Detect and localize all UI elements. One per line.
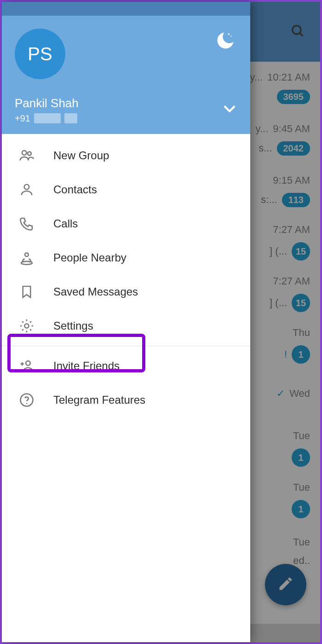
app-screen: y...10:21 AM 3695 y...9:45 AM s...2042 9… — [0, 0, 322, 644]
menu-label: Contacts — [53, 183, 97, 196]
group-icon — [17, 147, 36, 164]
help-icon — [17, 392, 36, 408]
menu-label: Telegram Features — [53, 394, 145, 406]
svg-point-2 — [228, 33, 230, 35]
redacted-box — [64, 113, 77, 123]
svg-point-7 — [25, 253, 29, 256]
svg-point-4 — [22, 151, 27, 155]
person-icon — [17, 181, 36, 198]
night-mode-toggle[interactable] — [214, 30, 236, 52]
svg-point-12 — [26, 403, 28, 404]
svg-point-6 — [24, 185, 29, 190]
chevron-down-icon — [222, 110, 237, 118]
menu-item-people-nearby[interactable]: People Nearby — [2, 241, 250, 275]
menu-label: Invite Friends — [53, 360, 120, 372]
menu-item-saved-messages[interactable]: Saved Messages — [2, 275, 250, 309]
menu-item-invite-friends[interactable]: Invite Friends — [2, 349, 250, 383]
menu-label: Calls — [53, 217, 78, 230]
menu-item-contacts[interactable]: Contacts — [2, 173, 250, 207]
phone-prefix: +91 — [15, 113, 30, 124]
invite-icon — [17, 358, 36, 374]
redacted-box — [34, 113, 61, 123]
phone-icon — [17, 215, 36, 232]
svg-point-8 — [21, 261, 32, 265]
svg-point-10 — [26, 361, 30, 366]
location-person-icon — [17, 249, 36, 266]
menu-label: People Nearby — [53, 251, 126, 264]
menu-label: Saved Messages — [53, 285, 138, 298]
menu-label: New Group — [53, 149, 109, 162]
menu-item-telegram-features[interactable]: Telegram Features — [2, 383, 250, 417]
svg-point-3 — [230, 35, 231, 36]
svg-point-9 — [25, 324, 29, 328]
avatar-initials: PS — [28, 44, 52, 64]
navigation-drawer: PS Pankil Shah +91 — [2, 2, 250, 642]
menu-item-settings[interactable]: Settings — [2, 309, 250, 343]
moon-icon — [216, 31, 235, 52]
menu-item-new-group[interactable]: New Group — [2, 139, 250, 173]
status-bar — [2, 2, 250, 16]
expand-accounts-button[interactable] — [222, 101, 237, 118]
drawer-header: PS Pankil Shah +91 — [2, 16, 250, 134]
user-name: Pankil Shah — [15, 96, 79, 111]
menu-divider — [2, 346, 250, 346]
svg-point-5 — [28, 151, 31, 155]
menu-item-calls[interactable]: Calls — [2, 207, 250, 241]
bookmark-icon — [17, 284, 36, 300]
avatar[interactable]: PS — [15, 29, 65, 79]
gear-icon — [17, 318, 36, 334]
drawer-menu: New Group Contacts Calls People Nearby — [2, 134, 250, 417]
menu-label: Settings — [53, 319, 93, 332]
user-phone: +91 — [15, 113, 79, 124]
